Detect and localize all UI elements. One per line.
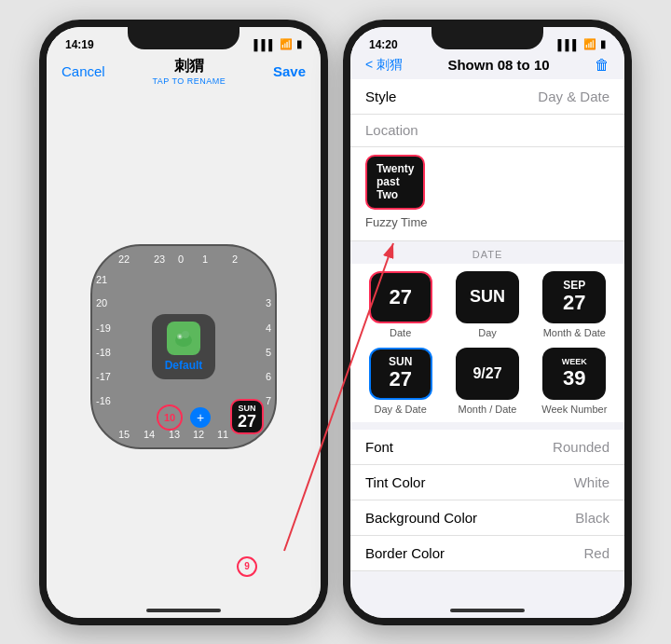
- trash-icon[interactable]: 🗑: [595, 57, 609, 74]
- signal-icon-r: ▌▌▌: [558, 39, 580, 50]
- cancel-button[interactable]: Cancel: [62, 63, 105, 79]
- style-row[interactable]: Style Day & Date: [350, 79, 624, 115]
- tint-color-label: Tint Color: [365, 474, 425, 490]
- wnum-17: -17: [96, 371, 111, 382]
- wnum-11: 11: [217, 429, 228, 440]
- settings-rows: Font Rounded Tint Color White Background…: [350, 430, 624, 571]
- rename-hint[interactable]: TAP TO RENAME: [152, 76, 226, 86]
- wnum-20: 20: [96, 297, 107, 308]
- date-number: 27: [238, 413, 256, 430]
- ring-badge: 10: [157, 404, 183, 431]
- left-phone: 14:19 ▌▌▌ 📶 ▮ Cancel 刺猬 TAP TO RENAME Sa…: [39, 20, 328, 625]
- wnum-3: 3: [266, 297, 271, 308]
- wnum-2: 2: [232, 253, 238, 265]
- date-option-month-slash[interactable]: 9/27 Month / Date: [448, 348, 526, 415]
- week-number-39: 39: [562, 367, 587, 390]
- battery-icon: ▮: [296, 38, 302, 50]
- wifi-icon: 📶: [280, 38, 293, 50]
- home-bar-left: [146, 609, 221, 612]
- status-time-left: 14:19: [65, 38, 94, 51]
- date-label-day-date: Day & Date: [375, 404, 427, 415]
- date-option-day-date[interactable]: SUN 27 Day & Date: [362, 348, 439, 415]
- badge-9: 9: [237, 556, 257, 577]
- bg-color-value: Black: [575, 510, 609, 526]
- font-label: Font: [365, 439, 393, 455]
- style-value: Day & Date: [538, 89, 609, 104]
- wnum-1: 1: [202, 253, 208, 265]
- date-label-day: Day: [478, 327, 497, 338]
- watch-face[interactable]: 22 23 0 1 2 21 3 20 4 -19 5 -18 6 -17: [90, 244, 277, 449]
- date-option-day[interactable]: SUN Day: [448, 271, 526, 338]
- home-indicator-right: [350, 603, 624, 618]
- wnum-21: 21: [96, 274, 107, 285]
- back-button[interactable]: < 刺猬: [365, 57, 403, 74]
- fuzzy-time-area[interactable]: Twenty past Two Fuzzy Time: [350, 147, 624, 241]
- wnum-4: 4: [266, 322, 271, 334]
- settings-nav-title: Shown 08 to 10: [447, 57, 549, 73]
- wnum-19: -19: [96, 322, 111, 334]
- tint-color-row[interactable]: Tint Color White: [350, 465, 624, 500]
- date-option-date[interactable]: 27 Date: [362, 271, 439, 338]
- date-option-week-number[interactable]: WEEK 39 Week Number: [536, 348, 613, 415]
- fuzzy-time-label: Fuzzy Time: [365, 215, 427, 229]
- date-box-month-date[interactable]: SEP 27: [542, 271, 606, 323]
- date-label-month-slash: Month / Date: [459, 404, 517, 415]
- wnum-0: 0: [178, 253, 184, 265]
- status-time-right: 14:20: [369, 38, 398, 51]
- date-box-day[interactable]: SUN: [456, 271, 519, 323]
- date-box-month-slash[interactable]: 9/27: [456, 348, 519, 400]
- status-bar-left: 14:19 ▌▌▌ 📶 ▮: [47, 27, 321, 55]
- location-row[interactable]: Location: [350, 115, 624, 147]
- signal-icon: ▌▌▌: [254, 39, 276, 50]
- status-icons-left: ▌▌▌ 📶 ▮: [254, 38, 302, 50]
- day-date-27: 27: [389, 368, 412, 391]
- date-grid: 27 Date SUN Day: [350, 264, 624, 422]
- status-bar-right: 14:20 ▌▌▌ 📶 ▮: [350, 27, 624, 55]
- wnum-23: 23: [154, 253, 165, 265]
- wnum-6: 6: [266, 371, 271, 382]
- home-indicator-left: [47, 603, 321, 618]
- save-button[interactable]: Save: [273, 63, 306, 79]
- wnum-18: -18: [96, 347, 111, 358]
- date-label-month-date: Month & Date: [543, 327, 606, 338]
- border-color-label: Border Color: [365, 545, 445, 561]
- font-row[interactable]: Font Rounded: [350, 430, 624, 465]
- watch-bottom-complications: 10 +: [157, 404, 211, 431]
- month-date-27: 27: [563, 292, 585, 314]
- wifi-icon-r: 📶: [583, 38, 596, 50]
- settings-nav: < 刺猬 Shown 08 to 10 🗑: [350, 55, 624, 79]
- border-color-value: Red: [583, 545, 609, 561]
- watch-area: 22 23 0 1 2 21 3 20 4 -19 5 -18 6 -17: [47, 91, 321, 603]
- date-box-date[interactable]: 27: [369, 271, 432, 323]
- date-day-sun: SUN: [470, 287, 505, 307]
- date-option-month-date[interactable]: SEP 27 Month & Date: [536, 271, 613, 338]
- nav-title-left: 刺猬 TAP TO RENAME: [152, 57, 226, 86]
- tint-color-value: White: [574, 474, 609, 490]
- font-value: Rounded: [553, 439, 609, 455]
- bg-color-label: Background Color: [365, 510, 477, 526]
- wnum-16: -16: [96, 395, 111, 406]
- date-box-day-date-inner: SUN 27: [389, 356, 412, 391]
- date-label-week-number: Week Number: [541, 404, 607, 415]
- wnum-15: 15: [118, 429, 130, 440]
- location-label: Location: [365, 122, 418, 138]
- fuzzy-time-box[interactable]: Twenty past Two: [365, 155, 425, 210]
- bg-color-row[interactable]: Background Color Black: [350, 500, 624, 536]
- wnum-9: 9: [266, 429, 271, 440]
- phones-container: 14:19 ▌▌▌ 📶 ▮ Cancel 刺猬 TAP TO RENAME Sa…: [39, 20, 632, 625]
- home-bar-right: [450, 609, 525, 612]
- date-section-header: DATE: [350, 241, 624, 264]
- date-box-week-number[interactable]: WEEK 39: [542, 348, 606, 400]
- plus-badge[interactable]: +: [190, 407, 211, 428]
- right-phone: 14:20 ▌▌▌ 📶 ▮ < 刺猬 Shown 08 to 10 🗑 Styl…: [343, 20, 632, 625]
- date-label-date: Date: [390, 327, 411, 338]
- wnum-7: 7: [266, 395, 271, 406]
- wnum-22: 22: [118, 253, 130, 265]
- date-complication[interactable]: SUN 27: [230, 399, 264, 434]
- date-num-27: 27: [389, 285, 411, 309]
- date-box-day-date[interactable]: SUN 27: [369, 348, 432, 400]
- border-color-row[interactable]: Border Color Red: [350, 536, 624, 571]
- date-box-month-date-inner: SEP 27: [563, 280, 585, 314]
- nav-bar-left: Cancel 刺猬 TAP TO RENAME Save: [47, 55, 321, 91]
- settings-content: Style Day & Date Location Twenty past Tw…: [350, 79, 624, 603]
